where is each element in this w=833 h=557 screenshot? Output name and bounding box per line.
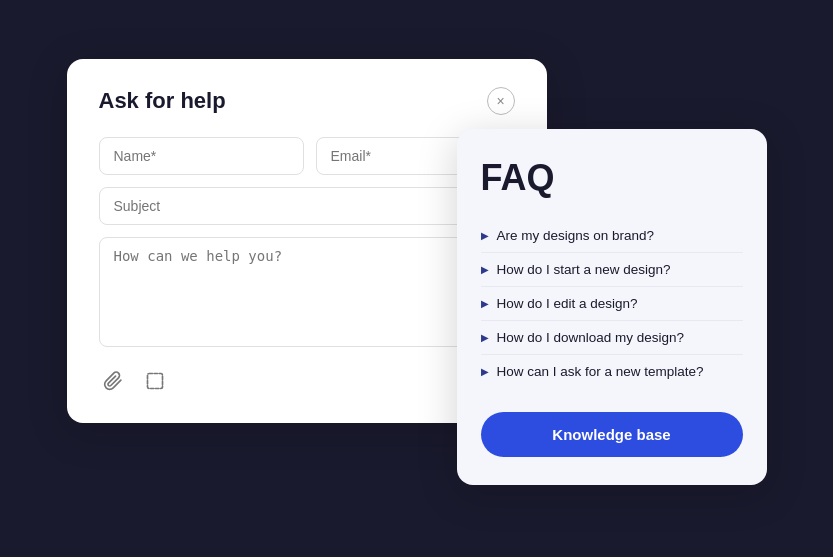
message-textarea[interactable] [99, 237, 515, 347]
form-actions [99, 367, 515, 395]
name-email-row [99, 137, 515, 175]
faq-list: ▶ Are my designs on brand? ▶ How do I st… [481, 219, 743, 388]
close-button[interactable]: × [487, 87, 515, 115]
knowledge-base-button[interactable]: Knowledge base [481, 412, 743, 457]
faq-item-text: How do I edit a design? [497, 296, 638, 311]
faq-item[interactable]: ▶ How do I edit a design? [481, 287, 743, 321]
close-icon: × [496, 93, 504, 109]
faq-item[interactable]: ▶ How do I start a new design? [481, 253, 743, 287]
faq-item[interactable]: ▶ How can I ask for a new template? [481, 355, 743, 388]
name-input[interactable] [99, 137, 304, 175]
faq-arrow-icon: ▶ [481, 366, 489, 377]
selection-icon[interactable] [141, 367, 169, 395]
faq-item[interactable]: ▶ Are my designs on brand? [481, 219, 743, 253]
faq-arrow-icon: ▶ [481, 264, 489, 275]
faq-arrow-icon: ▶ [481, 332, 489, 343]
subject-input[interactable] [99, 187, 515, 225]
ask-card-title: Ask for help [99, 88, 226, 114]
ask-card-header: Ask for help × [99, 87, 515, 115]
attach-icon[interactable] [99, 367, 127, 395]
faq-item-text: How do I start a new design? [497, 262, 671, 277]
faq-card: FAQ ▶ Are my designs on brand? ▶ How do … [457, 129, 767, 485]
svg-rect-0 [147, 373, 162, 388]
faq-title: FAQ [481, 157, 743, 199]
faq-item-text: Are my designs on brand? [497, 228, 655, 243]
faq-arrow-icon: ▶ [481, 230, 489, 241]
faq-arrow-icon: ▶ [481, 298, 489, 309]
faq-item[interactable]: ▶ How do I download my design? [481, 321, 743, 355]
faq-item-text: How do I download my design? [497, 330, 685, 345]
faq-item-text: How can I ask for a new template? [497, 364, 704, 379]
